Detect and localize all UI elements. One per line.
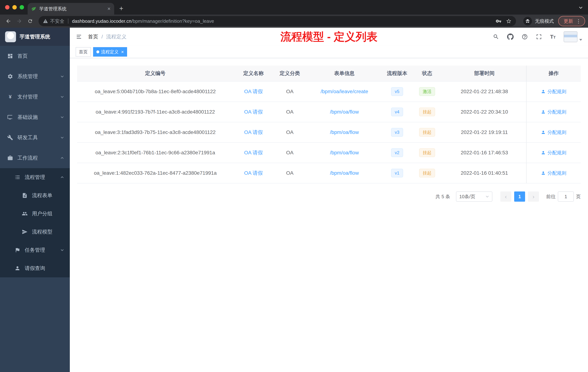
- chevron-down-icon: [60, 75, 64, 78]
- column-header: 状态: [412, 66, 442, 81]
- version-tag: v2: [391, 148, 403, 157]
- sidebar-item-devtools[interactable]: 研发工具: [0, 127, 70, 148]
- reload-icon[interactable]: [25, 16, 36, 27]
- next-page-button[interactable]: ›: [528, 191, 539, 202]
- form-link[interactable]: /bpm/oa/leave/create: [321, 89, 368, 94]
- update-browser-button[interactable]: 更新 ⋮: [558, 16, 585, 26]
- github-icon[interactable]: [507, 33, 514, 40]
- forward-icon[interactable]: [14, 16, 25, 27]
- breadcrumb-home[interactable]: 首页: [88, 33, 98, 40]
- tag-process-definition[interactable]: 流程定义 ×: [93, 47, 127, 57]
- sidebar-item-system[interactable]: 系统管理: [0, 66, 70, 87]
- pagination-total: 共 5 条: [435, 194, 450, 200]
- definition-name-link[interactable]: OA 请假: [244, 88, 263, 95]
- back-icon[interactable]: [3, 16, 14, 27]
- logo-avatar: [5, 31, 16, 42]
- definition-name-link[interactable]: OA 请假: [244, 170, 263, 176]
- sidebar-item-process-model[interactable]: 流程模型: [0, 223, 70, 241]
- sidebar-logo[interactable]: 芋道管理系统: [0, 28, 70, 46]
- user-icon: [541, 109, 546, 114]
- table-row: oa_leave:5:004b710b-7b8a-11ec-8ef0-acde4…: [77, 82, 581, 102]
- bookmark-star-icon[interactable]: [506, 18, 512, 24]
- cell-deploy-time: 2022-01-16 17:46:53: [442, 143, 526, 163]
- sidebar-item-user-group[interactable]: 用户分组: [0, 205, 70, 223]
- browser-titlebar: 芋道管理系统 × +: [0, 0, 588, 15]
- tab-search-icon[interactable]: [578, 5, 583, 10]
- cell-category: OA: [273, 122, 306, 142]
- sidebar-item-payment[interactable]: ¥ 支付管理: [0, 87, 70, 107]
- briefcase-icon: [7, 155, 13, 161]
- definition-name-link[interactable]: OA 请假: [244, 109, 263, 115]
- sidebar-item-workflow[interactable]: 工作流程: [0, 148, 70, 168]
- cell-definition-id: oa_leave:4:991f2193-7b7f-11ec-a3c8-acde4…: [77, 102, 233, 122]
- tag-label: 流程定义: [101, 49, 118, 55]
- page-1-button[interactable]: 1: [514, 191, 525, 202]
- gear-icon: [7, 74, 13, 79]
- chevron-up-icon: [60, 175, 64, 179]
- assign-rule-link[interactable]: 分配规则: [541, 170, 566, 176]
- caret-down-icon: [579, 39, 582, 41]
- definition-name-link[interactable]: OA 请假: [244, 149, 263, 156]
- user-menu[interactable]: [564, 31, 582, 42]
- assign-rule-link[interactable]: 分配规则: [541, 109, 566, 115]
- sidebar-item-label: 流程表单: [32, 192, 52, 199]
- fullscreen-icon[interactable]: [536, 34, 542, 40]
- tag-home[interactable]: 首页: [76, 47, 91, 57]
- form-link[interactable]: /bpm/oa/flow: [330, 150, 359, 156]
- table-row: oa_leave:1:482ec033-762a-11ec-8477-a2380…: [77, 163, 581, 184]
- assign-rule-link[interactable]: 分配规则: [541, 129, 566, 136]
- sidebar-item-task-management[interactable]: 任务管理: [0, 241, 70, 259]
- more-menu-icon[interactable]: ⋮: [576, 18, 581, 24]
- sidebar: 芋道管理系统 首页 系统管理 ¥ 支付管理: [0, 28, 70, 372]
- assign-rule-link[interactable]: 分配规则: [541, 150, 566, 156]
- help-icon[interactable]: [522, 34, 528, 40]
- person-icon: [15, 265, 20, 271]
- app-frame: 芋道管理系统 首页 系统管理 ¥ 支付管理: [0, 28, 588, 372]
- sidebar-item-infrastructure[interactable]: 基础设施: [0, 107, 70, 127]
- sidebar-item-leave-query[interactable]: 请假查询: [0, 259, 70, 277]
- definition-name-link[interactable]: OA 请假: [244, 129, 263, 136]
- prev-page-button[interactable]: ‹: [500, 191, 511, 202]
- navbar-actions: TT: [493, 31, 582, 42]
- goto-page-input[interactable]: [558, 191, 574, 202]
- version-tag: v3: [391, 128, 403, 137]
- column-header: 表单信息: [306, 66, 383, 81]
- form-link[interactable]: /bpm/oa/flow: [330, 109, 359, 115]
- definition-table: 定义编号 定义名称 定义分类 表单信息 流程版本 状态 部署时间 操作 oa_: [77, 66, 581, 184]
- traffic-lights: [5, 5, 24, 10]
- tab-close-icon[interactable]: ×: [107, 6, 111, 11]
- key-icon[interactable]: [496, 18, 502, 24]
- status-badge: 挂起: [419, 148, 435, 157]
- version-tag: v5: [391, 87, 403, 96]
- search-icon[interactable]: [493, 34, 499, 40]
- new-tab-button[interactable]: +: [119, 5, 123, 12]
- form-link[interactable]: /bpm/oa/flow: [330, 129, 359, 135]
- sidebar-item-label: 流程模型: [32, 228, 52, 235]
- browser-tab[interactable]: 芋道管理系统 ×: [28, 3, 114, 15]
- sidebar-toggle-icon[interactable]: [76, 33, 82, 40]
- cell-definition-id: oa_leave:5:004b710b-7b8a-11ec-8ef0-acde4…: [77, 82, 233, 101]
- column-header: 部署时间: [442, 66, 526, 81]
- assign-rule-link[interactable]: 分配规则: [541, 88, 566, 95]
- address-bar[interactable]: 不安全 dashboard.yudao.iocoder.cn/bpm/manag…: [39, 16, 516, 26]
- sidebar-item-process-management[interactable]: 流程管理: [0, 168, 70, 186]
- breadcrumb-current: 流程定义: [106, 33, 126, 40]
- security-label: 不安全: [50, 18, 64, 24]
- cell-deploy-time: 2022-01-22 20:34:10: [442, 102, 526, 122]
- sidebar-item-home[interactable]: 首页: [0, 46, 70, 66]
- column-header: 定义名称: [233, 66, 273, 81]
- window-minimize-button[interactable]: [12, 5, 17, 10]
- form-link[interactable]: /bpm/oa/flow: [330, 170, 359, 176]
- page-size-select[interactable]: 10条/页: [456, 191, 492, 202]
- sidebar-item-process-form[interactable]: 流程表单: [0, 186, 70, 205]
- window-close-button[interactable]: [5, 5, 10, 10]
- cell-category: OA: [273, 143, 306, 163]
- incognito-badge: 无痕模式: [523, 17, 554, 25]
- tag-close-icon[interactable]: ×: [121, 50, 124, 54]
- tab-favicon-icon: [31, 6, 36, 11]
- incognito-icon: [523, 17, 532, 25]
- font-size-icon[interactable]: TT: [550, 34, 556, 40]
- flag-icon: [15, 247, 20, 253]
- status-badge: 激活: [419, 87, 435, 96]
- window-zoom-button[interactable]: [20, 5, 24, 10]
